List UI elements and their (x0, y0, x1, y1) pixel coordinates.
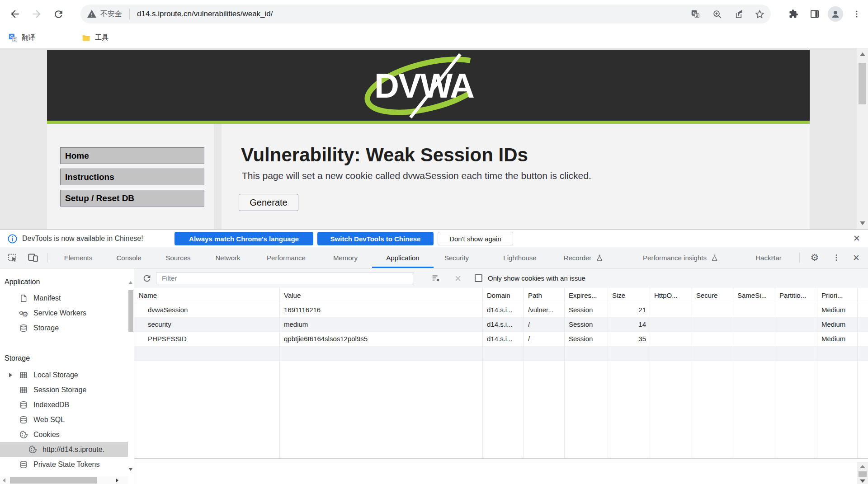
nav-setup-button[interactable]: Setup / Reset DB (60, 190, 204, 207)
scroll-down-arrow[interactable] (860, 221, 865, 225)
tab-application[interactable]: Application (386, 247, 419, 268)
expand-arrow-icon[interactable] (9, 373, 12, 377)
scroll-thumb[interactable] (10, 477, 97, 484)
cell-priority[interactable]: Medium (821, 332, 845, 346)
col-header-secure[interactable]: Secure (696, 288, 718, 303)
filter-input[interactable] (156, 272, 414, 284)
cell-domain[interactable]: d14.s.i... (487, 303, 513, 317)
col-header-expires[interactable]: Expires... (569, 288, 597, 303)
col-header-value[interactable]: Value (284, 288, 301, 303)
scroll-thumb[interactable] (859, 471, 867, 477)
side-panel-icon[interactable] (807, 6, 822, 22)
tab-recorder[interactable]: Recorder (564, 247, 603, 268)
column-divider[interactable] (817, 288, 817, 458)
tab-network[interactable]: Network (215, 247, 240, 268)
tab-performance[interactable]: Performance (267, 247, 306, 268)
sidebar-item-local-storage[interactable]: Local Storage (0, 367, 128, 382)
cell-path[interactable]: / (528, 317, 530, 332)
security-chip[interactable]: 不安全 (100, 9, 122, 19)
tab-security[interactable]: Security (444, 247, 469, 268)
preview-scrollbar[interactable] (857, 462, 868, 484)
tab-performance-insights[interactable]: Performance insights (643, 247, 718, 268)
col-header-priority[interactable]: Priori... (821, 288, 843, 303)
switch-chinese-button[interactable]: Switch DevTools to Chinese (317, 232, 434, 245)
cell-priority[interactable]: Medium (821, 317, 845, 332)
reload-icon[interactable] (51, 6, 66, 22)
url-text[interactable]: d14.s.iproute.cn/vulnerabilities/weak_id… (137, 9, 273, 19)
cell-path[interactable]: / (528, 332, 530, 346)
cell-name[interactable]: dvwaSession (148, 303, 188, 317)
browser-menu-icon[interactable] (849, 6, 864, 22)
tab-memory[interactable]: Memory (333, 247, 358, 268)
col-header-size[interactable]: Size (612, 288, 625, 303)
scroll-up-arrow[interactable] (860, 52, 865, 56)
cell-expires[interactable]: Session (569, 303, 593, 317)
cell-domain[interactable]: d14.s.i... (487, 317, 513, 332)
bookmark-translate[interactable]: G文 翻译 (8, 33, 35, 42)
column-divider[interactable] (564, 288, 565, 458)
devtools-settings-icon[interactable]: ⚙ (808, 251, 821, 264)
warning-triangle-icon[interactable] (87, 9, 97, 19)
bookmark-tools-folder[interactable]: 工具 (81, 33, 108, 42)
col-header-samesite[interactable]: SameSi... (737, 288, 767, 303)
tab-console[interactable]: Console (116, 247, 141, 268)
inspect-icon[interactable] (6, 251, 19, 264)
tab-lighthouse[interactable]: Lighthouse (503, 247, 536, 268)
col-header-partition[interactable]: Partitio... (779, 288, 806, 303)
sidebar-item-private-state-tokens[interactable]: Private State Tokens (0, 457, 128, 472)
cell-name[interactable]: PHPSESSID (148, 332, 187, 346)
nav-home-button[interactable]: Home (60, 147, 204, 164)
sidebar-item-cookie-domain[interactable]: http://d14.s.iproute. (0, 442, 128, 457)
cell-size[interactable]: 21 (608, 303, 646, 317)
generate-button[interactable]: Generate (239, 194, 298, 211)
clear-icon[interactable]: ✕ (452, 272, 464, 285)
scroll-down-arrow[interactable] (129, 468, 132, 471)
sidebar-vscrollbar[interactable] (128, 268, 134, 476)
sidebar-item-manifest[interactable]: Manifest (0, 291, 128, 305)
translate-icon[interactable]: G (688, 9, 703, 19)
dont-show-again-button[interactable]: Don't show again (438, 232, 513, 245)
refresh-icon[interactable] (141, 272, 153, 285)
cell-priority[interactable]: Medium (821, 303, 845, 317)
scroll-thumb[interactable] (859, 63, 866, 104)
notification-close-icon[interactable]: ✕ (850, 231, 863, 245)
column-divider[interactable] (482, 288, 483, 458)
sidebar-item-cookies[interactable]: Cookies (0, 427, 128, 442)
cell-expires[interactable]: Session (569, 332, 593, 346)
sidebar-item-service-workers[interactable]: ⚙⚙ Service Workers (0, 305, 128, 320)
cell-expires[interactable]: Session (569, 317, 593, 332)
column-divider[interactable] (775, 288, 775, 458)
scroll-down-arrow[interactable] (860, 479, 865, 483)
tab-elements[interactable]: Elements (64, 247, 93, 268)
sidebar-item-session-storage[interactable]: Session Storage (0, 382, 128, 397)
scroll-right-arrow[interactable] (116, 478, 118, 483)
issue-checkbox[interactable] (475, 274, 482, 282)
device-toolbar-icon[interactable] (26, 251, 40, 264)
cell-size[interactable]: 35 (608, 332, 646, 346)
cell-value[interactable]: 1691116216 (284, 303, 321, 317)
column-divider[interactable] (650, 288, 650, 458)
column-divider[interactable] (279, 288, 280, 458)
forward-icon[interactable] (29, 6, 44, 22)
sidebar-item-web-sql[interactable]: Web SQL (0, 412, 128, 427)
issue-checkbox-label[interactable]: Only show cookies with an issue (488, 268, 585, 288)
col-header-domain[interactable]: Domain (487, 288, 510, 303)
tab-sources[interactable]: Sources (165, 247, 190, 268)
scroll-left-arrow[interactable] (3, 478, 5, 483)
column-divider[interactable] (524, 288, 524, 458)
profile-avatar[interactable] (828, 6, 843, 22)
match-language-button[interactable]: Always match Chrome's language (175, 232, 313, 245)
cell-domain[interactable]: d14.s.i... (487, 332, 513, 346)
scroll-up-arrow[interactable] (860, 465, 865, 468)
sidebar-item-storage[interactable]: Storage (0, 320, 128, 335)
col-header-httponly[interactable]: HttpO... (654, 288, 678, 303)
cell-path[interactable]: /vulner... (528, 303, 554, 317)
cell-name[interactable]: security (148, 317, 171, 332)
clear-filter-icon[interactable] (429, 272, 443, 285)
extensions-icon[interactable] (786, 6, 801, 22)
column-divider[interactable] (692, 288, 692, 458)
cell-size[interactable]: 14 (608, 317, 646, 332)
zoom-icon[interactable] (709, 9, 725, 19)
nav-instructions-button[interactable]: Instructions (60, 169, 204, 185)
col-header-path[interactable]: Path (528, 288, 542, 303)
